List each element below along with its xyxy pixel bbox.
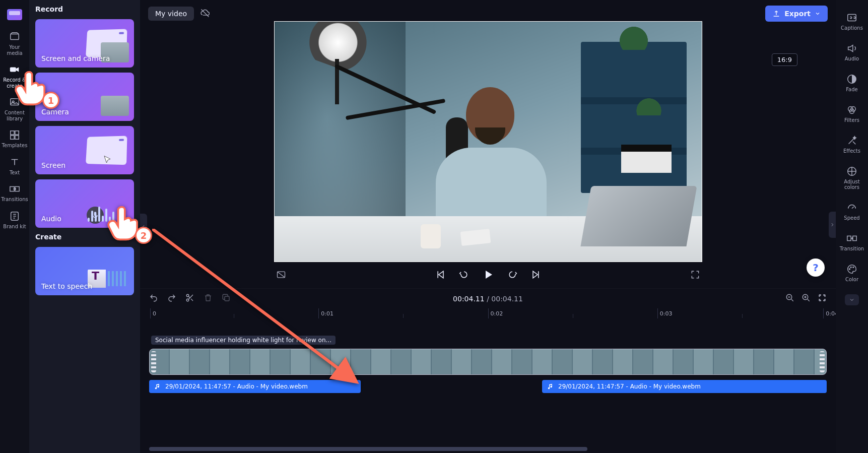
- audio-clip-1[interactable]: 29/01/2024, 11:47:57 - Audio - My video.…: [149, 380, 361, 393]
- fullscreen-button[interactable]: [690, 270, 700, 281]
- transition-icon: [846, 233, 857, 244]
- timeline-ruler[interactable]: 0 0:01 0:02 0:03 0:04: [149, 308, 827, 321]
- svg-point-26: [849, 269, 850, 270]
- palette-icon: [846, 264, 857, 275]
- timecode-display: 00:04.11 / 00:04.11: [453, 295, 523, 303]
- timeline-scrollbar[interactable]: [149, 447, 587, 451]
- play-icon: [482, 269, 494, 281]
- project-title[interactable]: My video: [148, 7, 194, 21]
- export-label: Export: [784, 10, 811, 18]
- card-audio[interactable]: Audio: [35, 179, 134, 228]
- zoom-out-button[interactable]: [785, 293, 794, 304]
- svg-rect-25: [853, 236, 856, 240]
- copy-icon: [222, 293, 231, 302]
- undo-button[interactable]: [149, 293, 158, 304]
- nav-templates[interactable]: Templates: [0, 125, 29, 153]
- nav-text[interactable]: Text: [0, 153, 29, 180]
- svg-point-27: [850, 267, 851, 268]
- prop-transition[interactable]: Transition: [836, 228, 868, 256]
- ruler-tick: 0:01: [318, 308, 333, 318]
- music-note-icon: [547, 383, 554, 390]
- timecode-duration: 00:04.11: [491, 295, 523, 303]
- nav-content-library[interactable]: Content library: [0, 93, 29, 125]
- prop-label: Fade: [846, 87, 857, 92]
- prop-fade[interactable]: Fade: [836, 69, 868, 97]
- timeline-toolbar: 00:04.11 / 00:04.11: [140, 288, 836, 308]
- chevron-down-icon: [815, 11, 821, 17]
- prop-color[interactable]: Color: [836, 258, 868, 287]
- prop-label: Audio: [845, 56, 859, 61]
- video-preview[interactable]: [274, 21, 702, 262]
- nav-label: Content library: [1, 110, 28, 121]
- prop-filters[interactable]: Filters: [836, 99, 868, 128]
- prop-label: Color: [845, 277, 858, 282]
- prop-label: Filters: [844, 117, 859, 123]
- prop-rail-collapse[interactable]: [845, 294, 859, 305]
- card-label: Text to speech: [41, 282, 92, 290]
- nav-label: Brand kit: [3, 224, 26, 230]
- ruler-tick: 0:04: [823, 308, 836, 318]
- zoom-in-button[interactable]: [802, 293, 811, 304]
- timecode-current: 00:04.11: [453, 295, 485, 303]
- skip-forward-icon: [530, 270, 541, 280]
- templates-icon: [9, 130, 20, 141]
- nav-label: Transitions: [1, 197, 28, 203]
- scissors-icon: [185, 293, 194, 302]
- card-camera[interactable]: Camera: [35, 73, 134, 121]
- rewind-button[interactable]: [459, 270, 469, 281]
- speaker-icon: [846, 43, 857, 54]
- chevron-down-icon: [849, 297, 855, 303]
- svg-rect-6: [11, 136, 14, 139]
- speed-icon: [846, 202, 857, 213]
- forward-icon: [507, 270, 517, 280]
- prop-speed[interactable]: Speed: [836, 197, 868, 226]
- preview-area: [140, 27, 836, 285]
- card-screen[interactable]: Screen: [35, 126, 134, 174]
- nav-transitions[interactable]: Transitions: [0, 179, 29, 207]
- svg-rect-2: [11, 99, 19, 105]
- export-button[interactable]: Export: [765, 6, 828, 22]
- safe-zone-icon: [276, 270, 286, 280]
- video-clip-label: Social media influencer holding white li…: [151, 336, 336, 345]
- text-to-speech-icon: [88, 268, 128, 289]
- card-screen-and-camera[interactable]: Screen and camera: [35, 19, 134, 68]
- right-property-rail: Captions Audio Fade Filters Effects Adju…: [836, 0, 868, 453]
- help-button[interactable]: ?: [807, 258, 825, 277]
- play-button[interactable]: [482, 269, 494, 282]
- fit-timeline-button[interactable]: [818, 293, 827, 304]
- upload-icon: [772, 10, 780, 18]
- prop-rail-expand[interactable]: [829, 212, 836, 238]
- split-button[interactable]: [185, 293, 194, 304]
- fullscreen-icon: [690, 270, 700, 280]
- main-area: My video Export: [140, 0, 836, 453]
- prop-effects[interactable]: Effects: [836, 130, 868, 159]
- prop-captions[interactable]: Captions: [836, 7, 868, 36]
- duplicate-button[interactable]: [222, 293, 231, 304]
- prop-audio[interactable]: Audio: [836, 38, 868, 67]
- cursor-icon: [103, 155, 112, 164]
- left-nav-rail: Your media Record & create Content libra…: [0, 0, 29, 453]
- skip-back-icon: [436, 270, 446, 280]
- skip-end-button[interactable]: [530, 270, 541, 281]
- svg-rect-15: [225, 296, 229, 301]
- card-text-to-speech[interactable]: Text to speech: [35, 247, 134, 295]
- video-track-clip[interactable]: [149, 349, 827, 375]
- timeline[interactable]: 0 0:01 0:02 0:03 0:04 Social media influ…: [140, 308, 836, 453]
- camcorder-icon: [9, 64, 20, 75]
- cloud-off-icon[interactable]: [200, 8, 210, 20]
- nav-brand-kit[interactable]: Brand kit: [0, 207, 29, 234]
- aspect-ratio-button[interactable]: 16:9: [772, 53, 797, 66]
- audio-clip-2[interactable]: 29/01/2024, 11:47:57 - Audio - My video.…: [542, 380, 827, 393]
- nav-your-media[interactable]: Your media: [0, 27, 29, 60]
- redo-button[interactable]: [167, 293, 176, 304]
- skip-start-button[interactable]: [436, 270, 446, 281]
- prop-label: Captions: [841, 25, 863, 31]
- svg-point-14: [186, 299, 189, 301]
- delete-button[interactable]: [204, 293, 213, 304]
- forward-button[interactable]: [507, 270, 517, 281]
- ruler-tick: 0:02: [488, 308, 503, 318]
- fade-icon: [846, 74, 857, 85]
- prop-adjust-colors[interactable]: Adjust colors: [836, 161, 868, 195]
- nav-record-create[interactable]: Record & create: [0, 60, 29, 93]
- safe-zone-toggle[interactable]: [276, 270, 286, 281]
